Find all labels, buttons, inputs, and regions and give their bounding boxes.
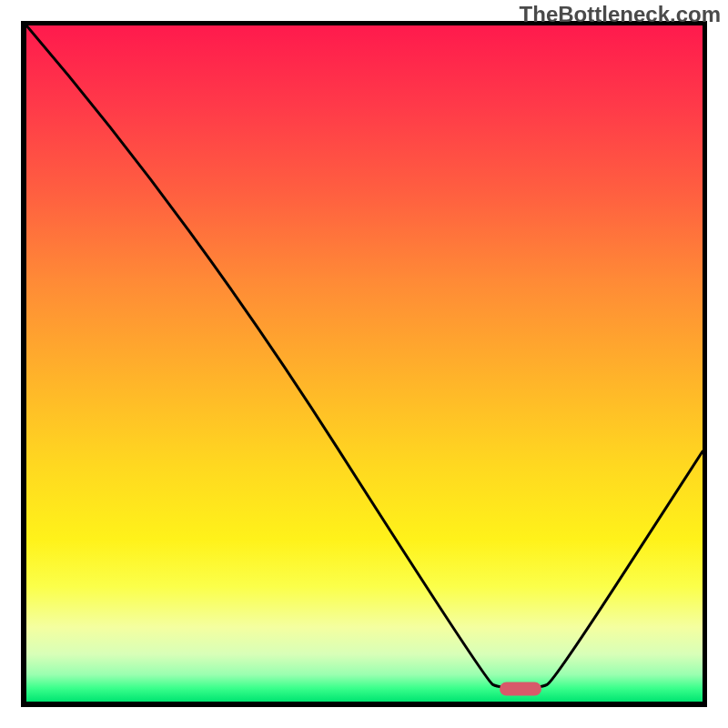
bottleneck-curve [26, 25, 703, 702]
optimal-marker [500, 682, 541, 696]
curve-path [26, 25, 703, 688]
plot-frame [21, 21, 707, 707]
watermark-text: TheBottleneck.com [520, 2, 721, 27]
chart-container: TheBottleneck.com [0, 0, 728, 728]
